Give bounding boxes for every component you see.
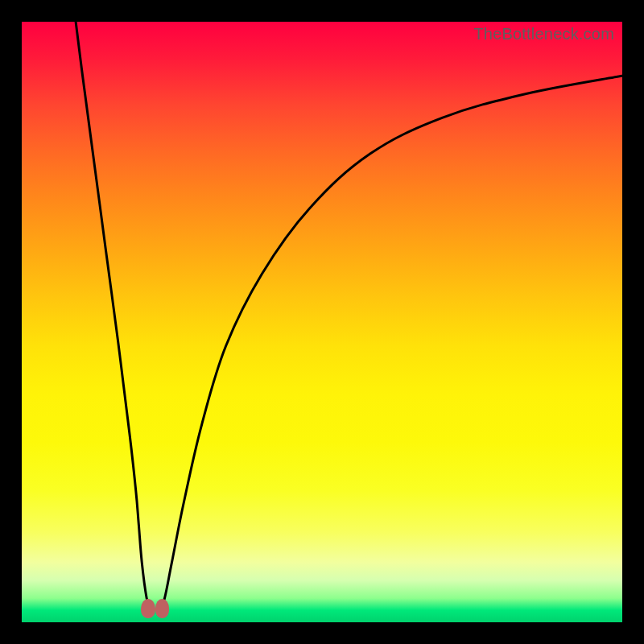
curve-layer bbox=[22, 22, 622, 622]
plot-area: TheBottleneck.com bbox=[22, 22, 622, 622]
marker-blob-left bbox=[141, 599, 155, 618]
marker-blob-right bbox=[155, 599, 170, 618]
curve-right-branch bbox=[160, 76, 622, 610]
chart-frame: TheBottleneck.com bbox=[0, 0, 644, 644]
watermark-text: TheBottleneck.com bbox=[473, 25, 614, 43]
curve-left-branch bbox=[76, 22, 151, 610]
